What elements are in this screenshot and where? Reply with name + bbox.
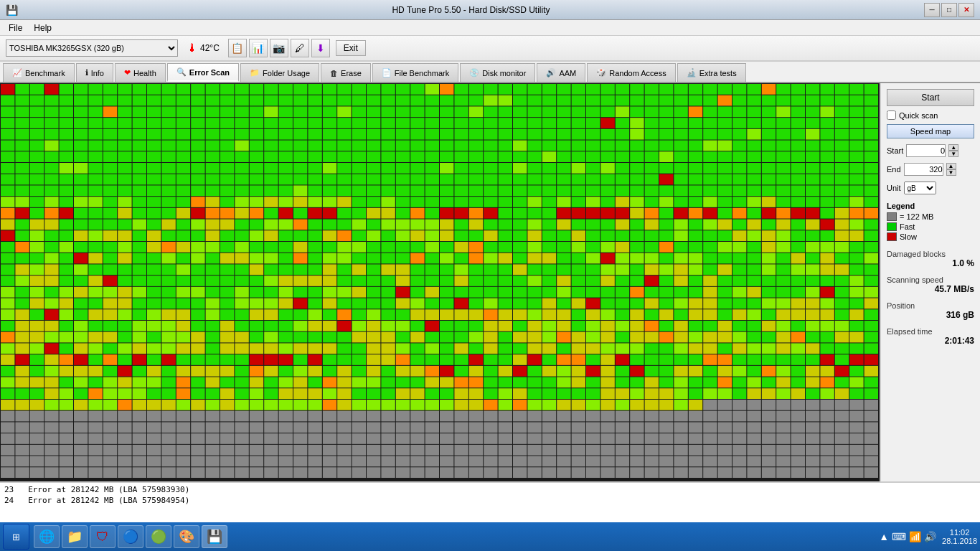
- tab-info-label: Info: [91, 69, 104, 77]
- tab-aam-icon: 🔊: [546, 68, 556, 77]
- tab-aam[interactable]: 🔊 AAM: [537, 63, 585, 82]
- clock-date: 28.1.2018: [942, 537, 977, 545]
- legend-swatch-slow: [887, 232, 897, 241]
- quick-scan-label: Quick scan: [899, 111, 938, 120]
- legend-title: Legend: [887, 202, 974, 210]
- quick-scan-row: Quick scan: [887, 110, 974, 120]
- titlebar: 💾 HD Tune Pro 5.50 - Hard Disk/SSD Utili…: [0, 0, 980, 20]
- tab-aam-label: AAM: [559, 69, 576, 77]
- tab-random-access[interactable]: 🎲 Random Access: [587, 63, 675, 82]
- tray-arrow-icon[interactable]: ▲: [879, 531, 889, 542]
- tab-disk-monitor[interactable]: 💿 Disk monitor: [460, 63, 535, 82]
- tab-file-benchmark-icon: 📄: [382, 68, 392, 77]
- tab-info[interactable]: ℹ Info: [76, 63, 113, 82]
- tray-signal-icon[interactable]: 📶: [909, 531, 921, 542]
- log-entry-23: 23 Error at 281242 MB (LBA 575983930): [3, 484, 977, 495]
- start-spin-up[interactable]: ▲: [948, 144, 958, 151]
- menu-help[interactable]: Help: [28, 22, 57, 34]
- minimize-button[interactable]: ─: [924, 3, 940, 17]
- start-spin-down[interactable]: ▼: [948, 151, 958, 157]
- end-spin-down[interactable]: ▼: [946, 169, 956, 176]
- toolbar-icon-5[interactable]: ⬇: [311, 39, 330, 57]
- tab-extra-tests[interactable]: 🔬 Extra tests: [677, 63, 746, 82]
- tab-folder-usage[interactable]: 📁 Folder Usage: [240, 63, 319, 82]
- end-param-label: End: [887, 165, 901, 174]
- tab-file-benchmark[interactable]: 📄 File Benchmark: [372, 63, 458, 82]
- toolbar-icon-4[interactable]: 🖊: [291, 39, 309, 57]
- toolbar: TOSHIBA MK3265GSX (320 gB) 🌡 42°C 📋 📊 📷 …: [0, 36, 980, 62]
- close-button[interactable]: ✕: [958, 3, 974, 17]
- taskbar-app-green[interactable]: 🟢: [146, 525, 171, 548]
- drive-select[interactable]: TOSHIBA MK3265GSX (320 gB): [6, 39, 178, 57]
- log-num-24: 24: [4, 496, 14, 505]
- unit-select[interactable]: gB MB LBA: [904, 182, 936, 194]
- taskbar: ⊞ 🌐 📁 🛡 🔵 🟢 🎨 💾 ▲ ⌨ 📶 🔊 11:02 28.1.2018: [0, 522, 980, 551]
- tab-health-icon: ❤: [124, 68, 131, 77]
- start-button[interactable]: ⊞: [3, 524, 29, 550]
- tray-keyboard-icon[interactable]: ⌨: [892, 531, 906, 542]
- window-controls: ─ □ ✕: [924, 3, 974, 17]
- legend-section: Legend = 122 MB Fast Slow: [887, 202, 974, 242]
- damaged-blocks-value: 1.0 %: [887, 258, 974, 268]
- tab-health-label: Health: [133, 69, 156, 77]
- tab-benchmark[interactable]: 📈 Benchmark: [3, 63, 75, 82]
- start-param-label: Start: [887, 146, 903, 155]
- taskbar-app-paint[interactable]: 🎨: [174, 525, 199, 548]
- tab-extra-tests-label: Extra tests: [699, 69, 737, 77]
- taskbar-apps: 🌐 📁 🛡 🔵 🟢 🎨 💾: [34, 525, 227, 548]
- taskbar-app-ie[interactable]: 🌐: [34, 525, 60, 548]
- toolbar-icon-2[interactable]: 📊: [249, 39, 268, 57]
- legend-item-gray: = 122 MB: [887, 212, 974, 221]
- main-row: Start Quick scan Speed map Start ▲ ▼ End…: [0, 83, 980, 481]
- temperature-icon: 🌡: [187, 42, 198, 55]
- speed-map-button[interactable]: Speed map: [887, 124, 974, 138]
- tab-erase-icon: 🗑: [330, 69, 338, 77]
- tab-erase-label: Erase: [341, 69, 362, 77]
- damaged-blocks-section: Damaged blocks 1.0 %: [887, 250, 974, 268]
- damaged-blocks-label: Damaged blocks: [887, 250, 974, 258]
- app-icon: 💾: [6, 4, 18, 16]
- tab-benchmark-icon: 📈: [12, 68, 22, 77]
- end-param-input[interactable]: [904, 163, 943, 176]
- taskbar-app-explorer[interactable]: 📁: [62, 525, 88, 548]
- unit-row: Unit gB MB LBA: [887, 182, 974, 194]
- clock-time: 11:02: [942, 528, 977, 537]
- tab-benchmark-label: Benchmark: [25, 69, 65, 77]
- toolbar-icon-3[interactable]: 📷: [270, 39, 288, 57]
- elapsed-time-section: Elapsed time 2:01:43: [887, 327, 974, 346]
- tab-disk-monitor-label: Disk monitor: [482, 69, 526, 77]
- grid-area: [0, 83, 880, 481]
- log-msg-23: Error at 281242 MB (LBA 575983930): [28, 485, 189, 494]
- start-param-row: Start ▲ ▼: [887, 144, 974, 157]
- taskbar-app-blue[interactable]: 🔵: [118, 525, 143, 548]
- menubar: File Help: [0, 20, 980, 36]
- scanning-speed-label: Scanning speed: [887, 276, 974, 284]
- end-param-spin: ▲ ▼: [946, 163, 956, 176]
- clock[interactable]: 11:02 28.1.2018: [942, 528, 977, 545]
- legend-label-gray: = 122 MB: [900, 212, 933, 221]
- start-param-spin: ▲ ▼: [948, 144, 958, 157]
- tray-volume-icon[interactable]: 🔊: [924, 531, 936, 542]
- legend-label-fast: Fast: [900, 222, 915, 231]
- quick-scan-checkbox[interactable]: [887, 110, 896, 120]
- taskbar-app-security[interactable]: 🛡: [90, 525, 116, 548]
- exit-button[interactable]: Exit: [336, 40, 366, 56]
- tab-erase[interactable]: 🗑 Erase: [321, 63, 371, 82]
- tab-health[interactable]: ❤ Health: [115, 63, 166, 82]
- tab-disk-monitor-icon: 💿: [469, 68, 479, 77]
- tab-error-scan[interactable]: 🔍 Error Scan: [167, 63, 239, 82]
- content-area: Start Quick scan Speed map Start ▲ ▼ End…: [0, 83, 980, 522]
- restore-button[interactable]: □: [941, 3, 957, 17]
- menu-file[interactable]: File: [3, 22, 28, 34]
- end-spin-up[interactable]: ▲: [946, 163, 956, 169]
- toolbar-icon-1[interactable]: 📋: [228, 39, 247, 57]
- start-param-input[interactable]: [906, 144, 946, 157]
- log-num-23: 23: [4, 485, 14, 494]
- start-button[interactable]: Start: [887, 89, 974, 106]
- taskbar-app-hdtune[interactable]: 💾: [202, 525, 227, 548]
- tabs: 📈 Benchmark ℹ Info ❤ Health 🔍 Error Scan…: [0, 62, 980, 83]
- elapsed-time-value: 2:01:43: [887, 336, 974, 346]
- legend-swatch-gray: [887, 212, 897, 221]
- legend-label-slow: Slow: [900, 232, 917, 241]
- error-log: 23 Error at 281242 MB (LBA 575983930) 24…: [0, 481, 980, 522]
